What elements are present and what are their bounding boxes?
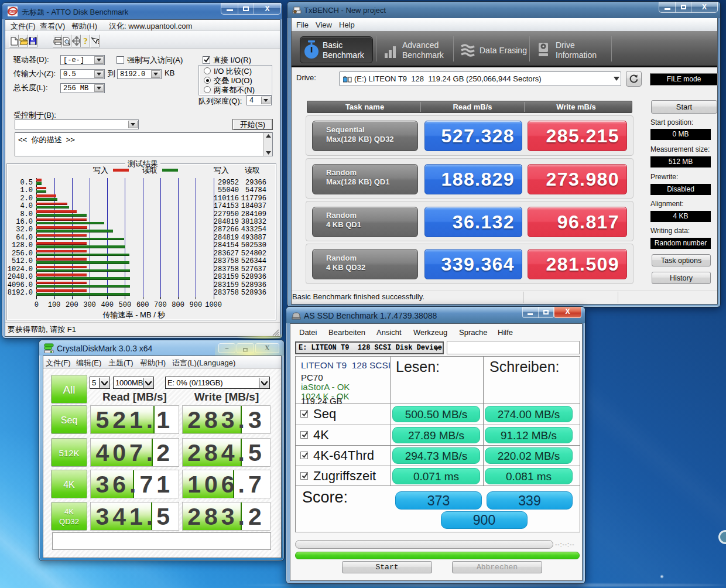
- svg-text:ATTO: ATTO: [10, 11, 16, 13]
- svg-text:?: ?: [83, 36, 88, 46]
- svg-text:?: ?: [97, 37, 99, 46]
